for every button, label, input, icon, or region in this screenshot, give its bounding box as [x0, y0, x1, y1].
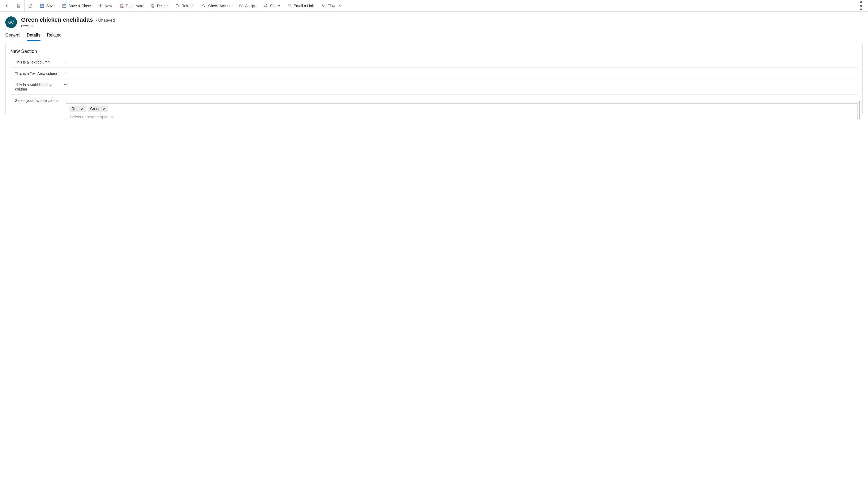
svg-point-18: [240, 4, 241, 6]
field-row: This is a Text column ---: [10, 56, 858, 68]
command-bar-actions: Save Save & Close New Deactivate Delete …: [36, 0, 855, 11]
back-button[interactable]: [1, 0, 13, 11]
section-title: New Section: [5, 48, 863, 56]
form-section: New Section This is a Text column --- Th…: [5, 43, 863, 114]
command-bar-nav: [1, 0, 36, 11]
svg-point-20: [860, 1, 862, 3]
field-value[interactable]: ---: [64, 71, 853, 75]
deactivate-icon: [120, 4, 124, 8]
check-access-icon: [202, 4, 206, 8]
chevron-down-icon: [339, 4, 342, 7]
form-tabs: General Details Related: [0, 30, 868, 41]
remove-chip-icon[interactable]: [81, 107, 84, 110]
form-selector-button[interactable]: [13, 0, 24, 11]
svg-point-22: [860, 8, 862, 10]
header-titles: Green chicken enchiladas - Unsaved Recip…: [21, 17, 115, 28]
deactivate-label: Deactivate: [126, 4, 143, 8]
assign-label: Assign: [245, 4, 256, 8]
flow-button[interactable]: Flow: [317, 0, 346, 11]
refresh-label: Refresh: [181, 4, 194, 8]
page-title: Green chicken enchiladas: [21, 17, 93, 23]
svg-point-17: [203, 4, 204, 6]
tab-related[interactable]: Related: [47, 33, 61, 41]
multiselect-search-input[interactable]: Select or search options: [69, 114, 854, 119]
save-status: - Unsaved: [95, 18, 115, 23]
save-button[interactable]: Save: [36, 0, 58, 11]
popout-icon: [28, 4, 33, 8]
save-label: Save: [46, 4, 55, 8]
tab-details[interactable]: Details: [27, 33, 40, 41]
assign-icon: [239, 4, 243, 8]
delete-button[interactable]: Delete: [147, 0, 171, 11]
assign-button[interactable]: Assign: [235, 0, 260, 11]
svg-rect-6: [41, 6, 43, 7]
field-label: This is a Text column: [15, 60, 64, 64]
multiselect-control[interactable]: Red Green Select or search options Selec…: [66, 103, 858, 119]
email-link-button[interactable]: Email a Link: [284, 0, 317, 11]
chip-label: Green: [90, 107, 100, 111]
plus-icon: [98, 4, 102, 8]
field-value[interactable]: ---: [64, 82, 853, 87]
form-icon: [17, 4, 21, 8]
back-arrow-icon: [5, 4, 9, 8]
svg-point-21: [860, 5, 862, 7]
flow-icon: [321, 4, 326, 8]
new-label: New: [105, 4, 112, 8]
deactivate-button[interactable]: Deactivate: [116, 0, 147, 11]
field-row: This is a Multi-line Text column ---: [10, 79, 858, 95]
remove-chip-icon[interactable]: [102, 107, 106, 110]
field-label: Select your favorite colors: [15, 98, 64, 103]
new-button[interactable]: New: [95, 0, 116, 11]
field-row: This is a Text Area column ---: [10, 68, 858, 79]
email-icon: [287, 4, 291, 8]
tab-general[interactable]: General: [5, 33, 20, 41]
delete-label: Delete: [157, 4, 167, 8]
popout-button[interactable]: [24, 0, 36, 11]
flow-label: Flow: [328, 4, 336, 8]
field-value[interactable]: ---: [64, 60, 853, 64]
chip-green: Green: [88, 106, 108, 112]
svg-rect-12: [152, 5, 154, 7]
chip-label: Red: [72, 107, 79, 111]
check-access-label: Check Access: [208, 4, 231, 8]
share-button[interactable]: Share: [260, 0, 283, 11]
field-label: This is a Multi-line Text column: [15, 82, 64, 91]
command-bar: Save Save & Close New Deactivate Delete …: [0, 0, 868, 12]
save-close-button[interactable]: Save & Close: [58, 0, 95, 11]
refresh-icon: [175, 4, 179, 8]
share-label: Share: [270, 4, 280, 8]
svg-rect-5: [41, 4, 42, 5]
entity-name: Recipe: [21, 24, 115, 28]
email-link-label: Email a Link: [294, 4, 314, 8]
chip-red: Red: [69, 106, 86, 112]
refresh-button[interactable]: Refresh: [171, 0, 198, 11]
selected-chips: Red Green: [69, 106, 854, 112]
record-header: GC Green chicken enchiladas - Unsaved Re…: [0, 12, 868, 30]
save-close-label: Save & Close: [68, 4, 91, 8]
more-vertical-icon: [855, 0, 867, 12]
overflow-button[interactable]: [855, 0, 867, 11]
check-access-button[interactable]: Check Access: [198, 0, 235, 11]
field-label: This is a Text Area column: [15, 71, 64, 76]
save-icon: [40, 4, 44, 8]
multiselect-callout: Red Green Select or search options Selec…: [64, 101, 860, 119]
save-close-icon: [62, 4, 66, 8]
svg-rect-7: [63, 4, 65, 5]
delete-icon: [151, 4, 155, 8]
share-icon: [264, 4, 268, 8]
avatar: GC: [5, 17, 17, 28]
